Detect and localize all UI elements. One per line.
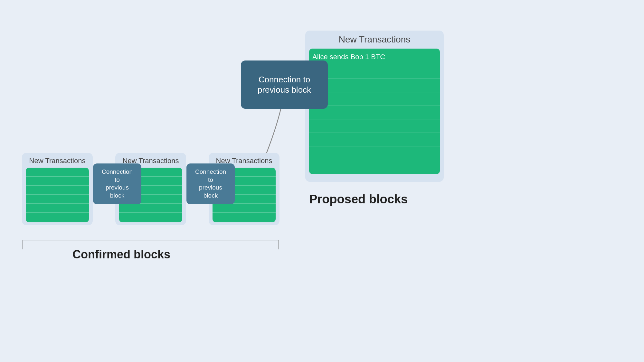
tx-row xyxy=(26,213,89,222)
diagram-container: New Transactions New Transactions New Tr… xyxy=(0,0,644,362)
proposed-block-label: New Transactions xyxy=(309,34,440,45)
confirmed-line xyxy=(23,240,279,240)
confirmed-block-1: New Transactions xyxy=(22,153,93,225)
block1-label: New Transactions xyxy=(26,157,89,165)
confirmed-tick-left xyxy=(23,240,23,249)
tx-row xyxy=(309,106,440,119)
tx-row xyxy=(26,168,89,177)
proposed-blocks-label: Proposed blocks xyxy=(309,192,408,206)
conn-box-2-label: Connection to previous block xyxy=(195,168,226,199)
connection-box-3: Connection to previous block xyxy=(241,60,328,109)
conn-box-1-label: Connection to previous block xyxy=(102,168,133,199)
confirmed-blocks-label: Confirmed blocks xyxy=(72,248,170,261)
alice-tx-row: Alice sends Bob 1 BTC xyxy=(309,49,440,65)
tx-row xyxy=(26,177,89,186)
tx-row xyxy=(309,133,440,146)
tx-row xyxy=(213,213,276,222)
tx-row xyxy=(309,79,440,92)
tx-row xyxy=(213,204,276,213)
confirmed-tick-right xyxy=(279,240,279,249)
tx-row xyxy=(26,186,89,195)
tx-row xyxy=(309,119,440,133)
conn-box-3-label: Connection to previous block xyxy=(258,74,311,95)
tx-row xyxy=(119,213,182,222)
block1-tx-panel xyxy=(26,168,89,222)
tx-row xyxy=(26,195,89,204)
connection-box-2: Connection to previous block xyxy=(186,163,235,204)
proposed-tx-panel: Alice sends Bob 1 BTC xyxy=(309,49,440,174)
tx-row xyxy=(119,204,182,213)
tx-row xyxy=(309,65,440,79)
tx-row xyxy=(309,92,440,106)
tx-row xyxy=(26,204,89,213)
tx-row xyxy=(309,146,440,160)
connection-box-1: Connection to previous block xyxy=(93,163,141,204)
